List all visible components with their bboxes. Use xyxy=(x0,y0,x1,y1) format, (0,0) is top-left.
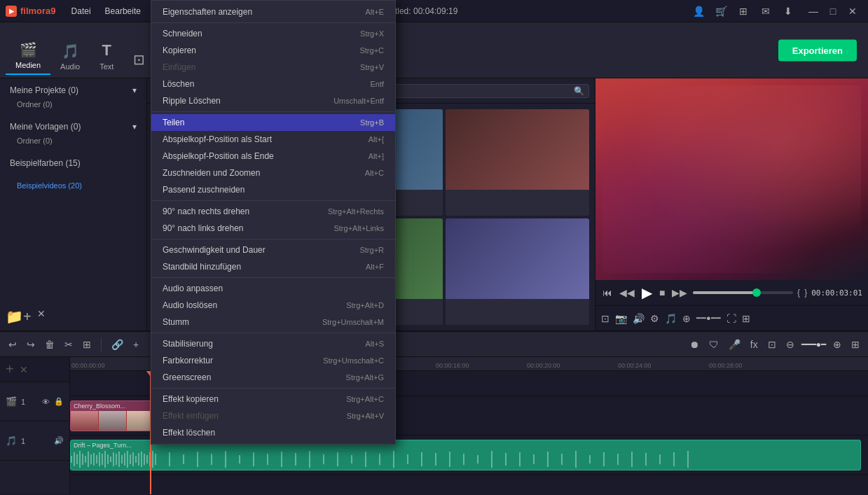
tab-text[interactable]: T Text xyxy=(90,37,123,75)
email-icon[interactable]: ✉ xyxy=(757,3,774,20)
ctx-effekt-kopieren[interactable]: Effekt kopieren Strg+Alt+C xyxy=(151,391,395,407)
ctx-stabilisierung[interactable]: Stabilisierung Alt+S xyxy=(151,335,395,352)
tl-zoom-out-button[interactable]: ⊖ xyxy=(783,337,797,351)
preview-mode-start[interactable]: { xyxy=(797,288,800,298)
layout-icon[interactable]: ⊞ xyxy=(735,3,752,20)
ctx-schneiden[interactable]: Schneiden Strg+X xyxy=(151,25,395,42)
volume-track-icon[interactable]: 🔊 xyxy=(54,436,64,445)
sample-colors-header[interactable]: Beispielfarben (15) xyxy=(6,155,141,171)
sample-videos-item[interactable]: Beispielvideos (20) xyxy=(6,179,141,192)
my-projects-header[interactable]: Meine Projekte (0) ▾ xyxy=(6,83,141,98)
shop-icon[interactable]: 🛒 xyxy=(712,3,729,20)
ctx-standbild[interactable]: Standbild hinzufügen Alt+F xyxy=(151,258,395,275)
delete-item-button[interactable]: ✕ xyxy=(37,308,46,325)
ctx-stumm[interactable]: Stumm Strg+Umschalt+M xyxy=(151,314,395,330)
ctx-sep-2 xyxy=(151,111,395,112)
ctx-eigenschaften[interactable]: Eigenschaften anzeigen Alt+E xyxy=(151,4,395,20)
account-icon[interactable]: 👤 xyxy=(690,3,707,20)
svg-rect-63 xyxy=(617,454,619,465)
video-track-number: 1 xyxy=(21,398,25,406)
tl-protect-button[interactable]: 🛡 xyxy=(706,337,722,351)
ctx-teilen[interactable]: Teilen Strg+B xyxy=(151,114,395,131)
preview-color-overlay xyxy=(602,85,861,273)
add-video-track-button2[interactable]: ✕ xyxy=(20,364,28,375)
tl-fx-button[interactable]: fx xyxy=(748,337,761,351)
snap-button[interactable]: 🔗 xyxy=(109,337,126,351)
templates-folder[interactable]: Ordner (0) xyxy=(6,134,141,147)
camera-icon[interactable]: 📷 xyxy=(615,313,627,324)
ruler-mark-24: 00:00:24:00 xyxy=(616,357,652,370)
ctx-greenscreen-shortcut: Strg+Alt+G xyxy=(346,373,384,382)
ctx-zuschneiden-zoomen[interactable]: Zuschneiden und Zoomen Alt+C xyxy=(151,165,395,181)
maximize-button[interactable]: □ xyxy=(823,1,843,21)
ctx-stumm-shortcut: Strg+Umschalt+M xyxy=(322,318,384,326)
fullscreen-icon[interactable]: ⛶ xyxy=(726,313,736,324)
tab-audio[interactable]: 🎵 Audio xyxy=(50,39,90,75)
ctx-eigenschaften-shortcut: Alt+E xyxy=(365,8,384,16)
undo-button[interactable]: ↩ xyxy=(6,337,20,351)
ctx-farbkorrektur[interactable]: Farbkorrektur Strg+Umschalt+C xyxy=(151,352,395,369)
svg-rect-46 xyxy=(379,454,380,465)
ctx-passend[interactable]: Passend zuschneiden xyxy=(151,181,395,198)
step-back-button[interactable]: ◀◀ xyxy=(618,286,636,300)
ctx-kopieren[interactable]: Kopieren Strg+C xyxy=(151,42,395,59)
ctx-links-drehen[interactable]: 90° nach links drehen Strg+Alt+Links xyxy=(151,220,395,237)
export-button[interactable]: Exportieren xyxy=(778,39,857,61)
add-track-button[interactable]: + xyxy=(130,337,142,351)
ctx-audio-loesloesen[interactable]: Audio loslösen Strg+Alt+D xyxy=(151,297,395,314)
media-item[interactable] xyxy=(446,218,589,325)
stop-button[interactable]: ■ xyxy=(658,286,666,300)
ctx-greenscreen[interactable]: Greenscreen Strg+Alt+G xyxy=(151,369,395,386)
merge-button[interactable]: ⊞ xyxy=(80,337,94,351)
delete-button[interactable]: 🗑 xyxy=(42,337,57,351)
ctx-ripple-loeschen[interactable]: Ripple Löschen Umschalt+Entf xyxy=(151,92,395,109)
download-icon[interactable]: ⬇ xyxy=(780,3,797,20)
rewind-button[interactable]: ⏮ xyxy=(601,286,614,300)
zoom-in-icon[interactable]: ⊕ xyxy=(682,313,691,324)
lock-icon[interactable]: 🔒 xyxy=(54,397,64,406)
tl-mic-button[interactable]: 🎤 xyxy=(726,337,743,351)
cut-button[interactable]: ✂ xyxy=(62,337,76,351)
tl-panel-button[interactable]: ⊞ xyxy=(848,337,862,351)
menu-datei[interactable]: Datei xyxy=(64,0,98,22)
zoom-slider[interactable]: ━━━●━ xyxy=(801,340,826,349)
ctx-loeschen[interactable]: Löschen Entf xyxy=(151,76,395,92)
tab-audio-label: Audio xyxy=(60,62,80,71)
settings-icon[interactable]: ⚙ xyxy=(650,313,659,324)
media-item[interactable] xyxy=(446,109,589,216)
ctx-einfuegen[interactable]: Einfügen Strg+V xyxy=(151,59,395,76)
tl-overlay-button[interactable]: ⊡ xyxy=(765,337,779,351)
tab-media[interactable]: 🎬 Medien xyxy=(6,37,50,75)
screenshot-icon[interactable]: ⊡ xyxy=(601,313,609,324)
tab-text-label: Text xyxy=(99,62,113,71)
preview-progress-bar[interactable] xyxy=(693,291,793,294)
my-templates-header[interactable]: Meine Vorlagen (0) ▾ xyxy=(6,119,141,134)
ctx-rechts-drehen[interactable]: 90° nach rechts drehen Strg+Alt+Rechts xyxy=(151,203,395,220)
ctx-effekt-loeschen[interactable]: Effekt löschen xyxy=(151,424,395,441)
menu-bearbeite[interactable]: Bearbeite xyxy=(98,0,148,22)
preview-mode-end[interactable]: } xyxy=(804,288,807,298)
ctx-effekt-einfuegen[interactable]: Effekt einfügen Strg+Alt+V xyxy=(151,407,395,424)
svg-rect-40 xyxy=(295,453,296,466)
audio-track-icon[interactable]: 🎵 xyxy=(665,313,677,324)
minimize-button[interactable]: — xyxy=(804,1,823,21)
projects-folder[interactable]: Ordner (0) xyxy=(6,98,141,111)
volume-icon[interactable]: 🔊 xyxy=(633,313,645,324)
ctx-audio-anpassen[interactable]: Audio anpassen xyxy=(151,280,395,297)
eye-icon[interactable]: 👁 xyxy=(42,398,50,406)
redo-button[interactable]: ↪ xyxy=(24,337,38,351)
tl-zoom-in-button[interactable]: ⊕ xyxy=(830,337,844,351)
tl-record-button[interactable]: ⏺ xyxy=(687,337,702,351)
play-button[interactable]: ▶ xyxy=(640,283,654,302)
ctx-audio-loesloesen-label: Audio loslösen xyxy=(163,300,217,310)
ctx-geschwindigkeit[interactable]: Geschwindigkeit und Dauer Strg+R xyxy=(151,242,395,258)
ctx-abspiel-start[interactable]: Abspielkopf-Position als Start Alt+[ xyxy=(151,131,395,148)
svg-rect-51 xyxy=(449,452,450,467)
close-button[interactable]: ✕ xyxy=(843,1,862,21)
add-folder-button[interactable]: 📁+ xyxy=(6,308,32,325)
ctx-audio-loesloesen-shortcut: Strg+Alt+D xyxy=(346,301,384,309)
add-video-track-button[interactable]: + xyxy=(6,361,14,377)
ctx-abspiel-ende[interactable]: Abspielkopf-Position als Ende Alt+] xyxy=(151,148,395,165)
expand-icon[interactable]: ⊞ xyxy=(742,313,750,324)
step-forward-button[interactable]: ▶▶ xyxy=(670,286,689,300)
